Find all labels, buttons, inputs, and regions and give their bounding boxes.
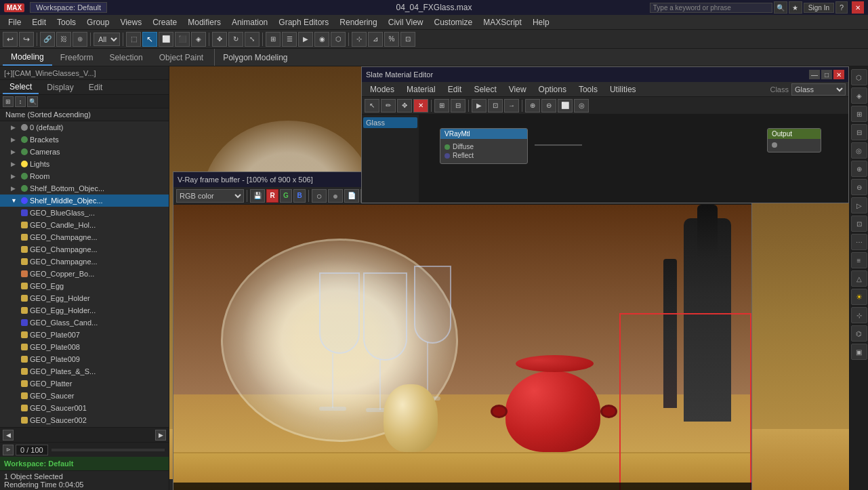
help-icon[interactable]: ? [835, 1, 848, 14]
slate-tb-arrow[interactable]: ↖ [365, 99, 379, 113]
menu-civil-view[interactable]: Civil View [383, 16, 429, 28]
scene-tab-select[interactable]: Select [3, 81, 39, 94]
tree-item-geo-plate008[interactable]: GEO_Plate008 [0, 341, 169, 353]
select-filter-btn[interactable]: ⬚ [126, 32, 141, 47]
tree-item-geo-saucer[interactable]: GEO_Saucer [0, 390, 169, 402]
tree-item-geo-egg[interactable]: GEO_Egg [0, 280, 169, 292]
right-icon-15[interactable]: ⌬ [851, 325, 867, 342]
slate-menu-view[interactable]: View [503, 83, 532, 96]
slate-tb-close[interactable]: ✕ [413, 99, 428, 113]
scroll-left-btn[interactable]: ◀ [3, 430, 14, 441]
right-icon-12[interactable]: △ [851, 270, 867, 287]
right-icon-5[interactable]: ◎ [851, 142, 867, 159]
tree-item-shelf-middle[interactable]: ▼ Shelf_Middle_Objec... [0, 195, 169, 207]
vray-circle2-btn[interactable]: ● [328, 189, 343, 203]
slate-menu-tools[interactable]: Tools [573, 83, 603, 96]
filter-dropdown[interactable]: All [94, 33, 120, 46]
tab-freeform[interactable]: Freeform [52, 50, 102, 65]
right-icon-14[interactable]: ⊹ [851, 307, 867, 323]
material-btn[interactable]: ⬡ [331, 32, 346, 47]
tree-item-geo-champagne1[interactable]: GEO_Champagne... [0, 231, 169, 243]
angle-snap-btn[interactable]: ⊿ [368, 32, 383, 47]
menu-animation[interactable]: Animation [226, 16, 273, 28]
vray-g-btn[interactable]: G [280, 189, 292, 203]
tree-item-geo-champagne2[interactable]: GEO_Champagne... [0, 243, 169, 256]
tree-item-geo-egg-holder[interactable]: GEO_Egg_Holder [0, 292, 169, 304]
workspace-label[interactable]: Workspace: Default [4, 460, 74, 468]
tree-item-default[interactable]: ▶ 0 (default) [0, 121, 169, 134]
vray-b-btn[interactable]: B [293, 189, 306, 203]
menu-views[interactable]: Views [115, 16, 147, 28]
slate-tb-zoom2[interactable]: ⊖ [541, 99, 556, 113]
scale-btn[interactable]: ⤡ [245, 32, 260, 47]
scene-tab-display[interactable]: Display [40, 81, 80, 94]
slate-tb-zoom3[interactable]: ⬜ [558, 99, 573, 113]
link-btn[interactable]: 🔗 [40, 32, 55, 47]
play-btn[interactable]: ⊳ [3, 445, 14, 455]
scene-search-btn[interactable]: 🔍 [27, 96, 38, 107]
tab-object-paint[interactable]: Object Paint [151, 50, 211, 65]
close-icon[interactable]: ✕ [852, 1, 864, 14]
redo-btn[interactable]: ↪ [19, 32, 34, 47]
slate-tb-nav[interactable]: ◎ [574, 99, 589, 113]
scene-tab-edit[interactable]: Edit [82, 81, 110, 94]
select-mode-btn[interactable]: ◈ [191, 32, 206, 47]
bind-btn[interactable]: ⊕ [73, 32, 87, 47]
menu-create[interactable]: Create [147, 16, 182, 28]
menu-file[interactable]: File [3, 16, 26, 28]
slate-maximize-btn[interactable]: □ [821, 70, 832, 79]
slate-menu-options[interactable]: Options [533, 83, 572, 96]
tree-item-shelf-bottom[interactable]: ▶ Shelf_Bottom_Objec... [0, 182, 169, 195]
menu-modifiers[interactable]: Modifiers [182, 16, 226, 28]
menu-help[interactable]: Help [527, 16, 555, 28]
search-box[interactable]: Type a keyword or phrase [650, 3, 772, 13]
slate-tb-assign[interactable]: → [504, 99, 519, 113]
tree-item-geo-candle[interactable]: GEO_Candle_Hol... [0, 219, 169, 231]
right-icon-2[interactable]: ◈ [851, 87, 867, 104]
menu-group[interactable]: Group [81, 16, 115, 28]
slate-tb-expand[interactable]: ⊞ [434, 99, 449, 113]
unlink-btn[interactable]: ⛓ [56, 32, 71, 47]
scroll-right-btn[interactable]: ▶ [155, 430, 166, 441]
tree-item-geo-plate007[interactable]: GEO_Plate007 [0, 329, 169, 341]
right-icon-9[interactable]: ⊡ [851, 216, 867, 232]
color-mode-dropdown[interactable]: RGB color [176, 189, 244, 203]
percent-snap-btn[interactable]: % [384, 32, 399, 47]
tree-item-geo-saucer001[interactable]: GEO_Saucer001 [0, 402, 169, 414]
tree-item-geo-blueglass[interactable]: GEO_BlueGlass_... [0, 207, 169, 219]
slate-tb-render[interactable]: ▶ [472, 99, 487, 113]
right-icon-13[interactable]: ☀ [851, 289, 867, 305]
tree-item-geo-saucer002[interactable]: GEO_Saucer002 [0, 414, 169, 426]
select-window-btn[interactable]: ⬛ [175, 32, 190, 47]
scene-filter-btn[interactable]: ⊞ [3, 96, 14, 107]
vray-circle-btn[interactable]: ○ [312, 189, 327, 203]
menu-edit[interactable]: Edit [26, 16, 51, 28]
tree-item-lights[interactable]: ▶ Lights [0, 158, 169, 170]
tree-item-geo-champagne3[interactable]: GEO_Champagne... [0, 256, 169, 268]
vray-r-btn[interactable]: R [266, 189, 278, 203]
vray-btn[interactable]: ◉ [314, 32, 329, 47]
right-icon-1[interactable]: ⬡ [851, 69, 867, 85]
slate-menu-modes[interactable]: Modes [365, 83, 400, 96]
menu-customize[interactable]: Customize [429, 16, 478, 28]
rotate-btn[interactable]: ↻ [228, 32, 243, 47]
slate-menu-material[interactable]: Material [401, 83, 441, 96]
tree-item-room[interactable]: ▶ Room [0, 170, 169, 182]
menu-graph-editors[interactable]: Graph Editors [273, 16, 334, 28]
menu-maxscript[interactable]: MAXScript [478, 16, 527, 28]
slate-tb-zoom[interactable]: ⊕ [525, 99, 540, 113]
right-icon-7[interactable]: ⊖ [851, 179, 867, 195]
tree-item-geo-copper[interactable]: GEO_Copper_Bo... [0, 268, 169, 280]
scene-sort-btn[interactable]: ↕ [15, 96, 26, 107]
snap-btn[interactable]: ⊹ [352, 32, 367, 47]
tree-item-brackets[interactable]: ▶ Brackets [0, 134, 169, 146]
tree-item-geo-plate009[interactable]: GEO_Plate009 [0, 353, 169, 365]
right-icon-8[interactable]: ▷ [851, 197, 867, 213]
slate-tb-layout[interactable]: ⊡ [488, 99, 503, 113]
vray-save-btn[interactable]: 💾 [250, 189, 265, 203]
tree-item-cameras[interactable]: ▶ Cameras [0, 146, 169, 158]
right-icon-4[interactable]: ⊟ [851, 124, 867, 140]
right-icon-11[interactable]: ≡ [851, 252, 867, 268]
tab-selection[interactable]: Selection [101, 50, 150, 65]
layer-btn[interactable]: ☰ [282, 32, 297, 47]
